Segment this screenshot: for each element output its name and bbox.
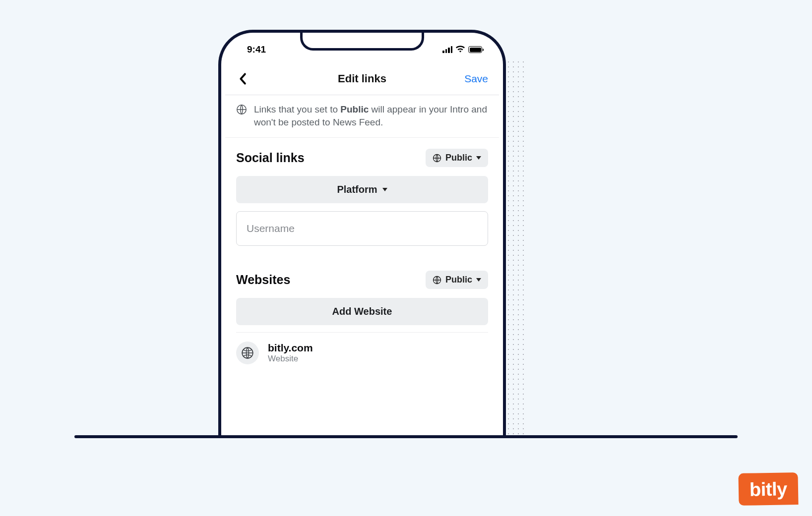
social-privacy-selector[interactable]: Public	[426, 149, 488, 167]
username-input[interactable]	[236, 211, 488, 246]
website-url: bitly.com	[268, 342, 313, 354]
globe-icon	[236, 104, 247, 115]
info-banner: Links that you set to Public will appear…	[225, 95, 499, 138]
wifi-icon	[456, 46, 465, 54]
navigation-bar: Edit links Save	[225, 62, 499, 95]
info-banner-text: Links that you set to Public will appear…	[254, 103, 488, 128]
cellular-icon	[442, 46, 452, 53]
status-icons	[442, 46, 484, 54]
website-type: Website	[268, 354, 313, 364]
social-links-section: Social links Public Platform	[225, 138, 499, 246]
websites-privacy-selector[interactable]: Public	[426, 271, 488, 289]
battery-icon	[468, 46, 482, 53]
page-title: Edit links	[338, 72, 386, 85]
platform-selector[interactable]: Platform	[236, 176, 488, 203]
status-time: 9:41	[240, 44, 266, 55]
globe-icon	[241, 346, 254, 359]
globe-icon	[433, 154, 441, 163]
websites-section: Websites Public Add Website	[225, 246, 499, 364]
add-website-button[interactable]: Add Website	[236, 298, 488, 325]
back-button[interactable]	[235, 71, 250, 86]
add-website-label: Add Website	[332, 306, 392, 317]
phone-frame: 9:41 Edit links Save	[218, 30, 506, 436]
platform-selector-label: Platform	[337, 184, 377, 195]
caret-down-icon	[476, 278, 481, 282]
website-row[interactable]: bitly.com Website	[236, 332, 488, 364]
website-icon	[236, 342, 259, 364]
save-button[interactable]: Save	[464, 73, 488, 85]
ground-line	[74, 435, 738, 438]
social-privacy-label: Public	[445, 153, 472, 163]
websites-heading: Websites	[236, 273, 290, 287]
chevron-left-icon	[239, 73, 247, 85]
websites-privacy-label: Public	[445, 275, 472, 285]
social-links-heading: Social links	[236, 151, 305, 165]
phone-notch	[300, 33, 424, 51]
caret-down-icon	[382, 188, 387, 191]
globe-icon	[433, 276, 441, 285]
caret-down-icon	[476, 156, 481, 160]
bitly-logo: bitly	[739, 472, 799, 506]
